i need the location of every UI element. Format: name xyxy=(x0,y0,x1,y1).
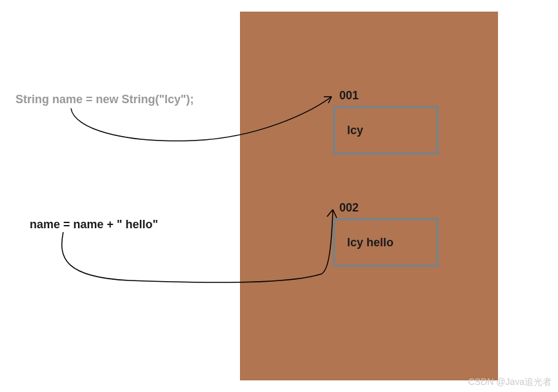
object-value-2: lcy hello xyxy=(347,236,394,250)
string-object-box-2: lcy hello xyxy=(333,218,439,267)
code-statement-1: String name = new String("lcy"); xyxy=(15,93,194,106)
object-address-2: 002 xyxy=(339,201,359,215)
code-statement-2: name = name + " hello" xyxy=(30,218,158,231)
object-address-1: 001 xyxy=(339,89,359,103)
object-value-1: lcy xyxy=(347,124,363,137)
string-object-box-1: lcy xyxy=(333,106,439,155)
watermark-text: CSDN @Java追光者 xyxy=(468,377,552,388)
heap-memory-area xyxy=(240,12,498,380)
